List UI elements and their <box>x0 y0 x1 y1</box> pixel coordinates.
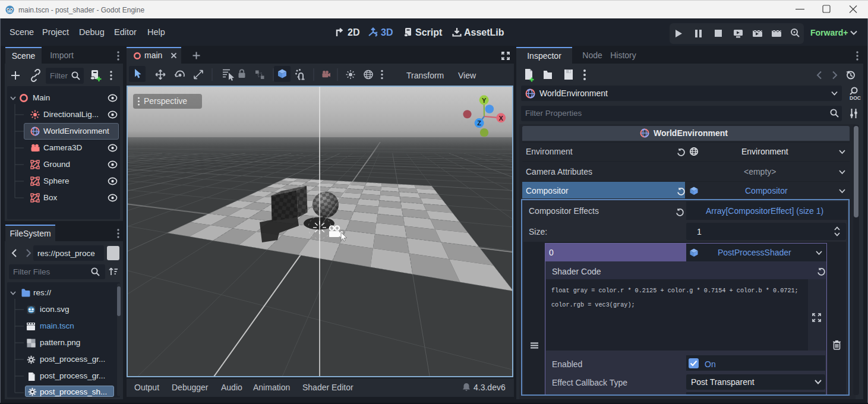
svg-text:Y: Y <box>482 97 487 104</box>
svg-text:Z: Z <box>477 119 481 127</box>
svg-text:DOC: DOC <box>850 95 861 101</box>
svg-text:X: X <box>499 115 504 122</box>
